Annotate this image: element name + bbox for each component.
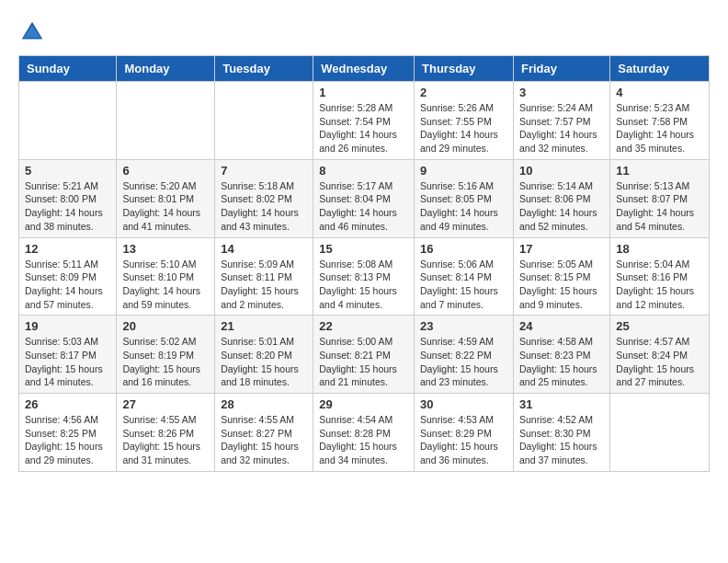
- day-number: 27: [122, 397, 209, 411]
- calendar-cell: 3Sunrise: 5:24 AM Sunset: 7:57 PM Daylig…: [513, 82, 609, 160]
- calendar-cell: 4Sunrise: 5:23 AM Sunset: 7:58 PM Daylig…: [610, 82, 710, 160]
- logo-icon: [18, 18, 46, 46]
- day-content: Sunrise: 4:58 AM Sunset: 8:23 PM Dayligh…: [519, 335, 604, 389]
- calendar-cell: [117, 82, 215, 160]
- calendar-week-row: 1Sunrise: 5:28 AM Sunset: 7:54 PM Daylig…: [19, 82, 710, 160]
- calendar-cell: 20Sunrise: 5:02 AM Sunset: 8:19 PM Dayli…: [117, 316, 215, 394]
- calendar-cell: 31Sunrise: 4:52 AM Sunset: 8:30 PM Dayli…: [513, 394, 609, 472]
- calendar-cell: [215, 82, 313, 160]
- day-content: Sunrise: 4:56 AM Sunset: 8:25 PM Dayligh…: [25, 413, 110, 467]
- day-number: 15: [319, 242, 408, 256]
- calendar-cell: 27Sunrise: 4:55 AM Sunset: 8:26 PM Dayli…: [117, 394, 215, 472]
- calendar-cell: [610, 394, 710, 472]
- day-number: 18: [616, 242, 703, 256]
- day-number: 7: [221, 164, 307, 178]
- calendar-cell: 15Sunrise: 5:08 AM Sunset: 8:13 PM Dayli…: [313, 237, 415, 316]
- day-content: Sunrise: 5:00 AM Sunset: 8:21 PM Dayligh…: [319, 335, 408, 389]
- day-content: Sunrise: 5:16 AM Sunset: 8:05 PM Dayligh…: [420, 179, 507, 234]
- calendar-table: SundayMondayTuesdayWednesdayThursdayFrid…: [18, 55, 710, 472]
- calendar-week-row: 26Sunrise: 4:56 AM Sunset: 8:25 PM Dayli…: [19, 394, 710, 472]
- day-number: 24: [519, 319, 604, 333]
- day-content: Sunrise: 4:55 AM Sunset: 8:27 PM Dayligh…: [221, 413, 307, 467]
- calendar-cell: 7Sunrise: 5:18 AM Sunset: 8:02 PM Daylig…: [215, 159, 313, 237]
- calendar-cell: 23Sunrise: 4:59 AM Sunset: 8:22 PM Dayli…: [415, 316, 514, 394]
- day-content: Sunrise: 4:53 AM Sunset: 8:29 PM Dayligh…: [420, 413, 507, 467]
- calendar-cell: 5Sunrise: 5:21 AM Sunset: 8:00 PM Daylig…: [19, 159, 117, 237]
- calendar-cell: 21Sunrise: 5:01 AM Sunset: 8:20 PM Dayli…: [215, 316, 313, 394]
- calendar-cell: 28Sunrise: 4:55 AM Sunset: 8:27 PM Dayli…: [215, 394, 313, 472]
- day-content: Sunrise: 4:55 AM Sunset: 8:26 PM Dayligh…: [122, 413, 209, 467]
- calendar-cell: 22Sunrise: 5:00 AM Sunset: 8:21 PM Dayli…: [313, 316, 415, 394]
- calendar-header-row: SundayMondayTuesdayWednesdayThursdayFrid…: [19, 56, 710, 82]
- day-content: Sunrise: 5:10 AM Sunset: 8:10 PM Dayligh…: [122, 258, 209, 312]
- day-number: 8: [319, 164, 408, 178]
- day-content: Sunrise: 5:18 AM Sunset: 8:02 PM Dayligh…: [221, 179, 307, 234]
- day-number: 22: [319, 319, 408, 333]
- day-number: 31: [519, 397, 604, 411]
- day-number: 13: [122, 242, 209, 256]
- day-number: 2: [420, 86, 507, 99]
- day-content: Sunrise: 5:21 AM Sunset: 8:00 PM Dayligh…: [25, 179, 110, 234]
- weekday-header-sunday: Sunday: [19, 56, 117, 82]
- calendar-cell: 8Sunrise: 5:17 AM Sunset: 8:04 PM Daylig…: [313, 159, 415, 237]
- calendar-cell: 6Sunrise: 5:20 AM Sunset: 8:01 PM Daylig…: [117, 159, 215, 237]
- day-number: 9: [420, 164, 507, 178]
- day-content: Sunrise: 5:20 AM Sunset: 8:01 PM Dayligh…: [122, 179, 209, 234]
- calendar-cell: 16Sunrise: 5:06 AM Sunset: 8:14 PM Dayli…: [415, 237, 514, 316]
- calendar-cell: 30Sunrise: 4:53 AM Sunset: 8:29 PM Dayli…: [415, 394, 514, 472]
- calendar-cell: 2Sunrise: 5:26 AM Sunset: 7:55 PM Daylig…: [415, 82, 514, 160]
- day-content: Sunrise: 5:24 AM Sunset: 7:57 PM Dayligh…: [519, 101, 604, 155]
- day-content: Sunrise: 5:04 AM Sunset: 8:16 PM Dayligh…: [616, 258, 703, 312]
- weekday-header-monday: Monday: [117, 56, 215, 82]
- calendar-cell: 12Sunrise: 5:11 AM Sunset: 8:09 PM Dayli…: [19, 237, 117, 316]
- calendar-week-row: 5Sunrise: 5:21 AM Sunset: 8:00 PM Daylig…: [19, 159, 710, 237]
- calendar-cell: 26Sunrise: 4:56 AM Sunset: 8:25 PM Dayli…: [19, 394, 117, 472]
- day-content: Sunrise: 4:52 AM Sunset: 8:30 PM Dayligh…: [519, 413, 604, 467]
- day-number: 1: [319, 86, 408, 99]
- day-content: Sunrise: 5:08 AM Sunset: 8:13 PM Dayligh…: [319, 258, 408, 312]
- day-number: 17: [519, 242, 604, 256]
- calendar-cell: 29Sunrise: 4:54 AM Sunset: 8:28 PM Dayli…: [313, 394, 415, 472]
- day-number: 23: [420, 319, 507, 333]
- day-content: Sunrise: 4:59 AM Sunset: 8:22 PM Dayligh…: [420, 335, 507, 389]
- day-content: Sunrise: 5:13 AM Sunset: 8:07 PM Dayligh…: [616, 179, 703, 234]
- day-content: Sunrise: 5:23 AM Sunset: 7:58 PM Dayligh…: [616, 101, 703, 155]
- day-number: 29: [319, 397, 408, 411]
- day-number: 14: [221, 242, 307, 256]
- day-content: Sunrise: 5:01 AM Sunset: 8:20 PM Dayligh…: [221, 335, 307, 389]
- day-content: Sunrise: 5:14 AM Sunset: 8:06 PM Dayligh…: [519, 179, 604, 234]
- calendar-cell: 13Sunrise: 5:10 AM Sunset: 8:10 PM Dayli…: [117, 237, 215, 316]
- day-content: Sunrise: 5:17 AM Sunset: 8:04 PM Dayligh…: [319, 179, 408, 234]
- day-content: Sunrise: 5:03 AM Sunset: 8:17 PM Dayligh…: [25, 335, 110, 389]
- calendar-cell: 9Sunrise: 5:16 AM Sunset: 8:05 PM Daylig…: [415, 159, 514, 237]
- day-content: Sunrise: 4:57 AM Sunset: 8:24 PM Dayligh…: [616, 335, 703, 389]
- calendar-week-row: 12Sunrise: 5:11 AM Sunset: 8:09 PM Dayli…: [19, 237, 710, 316]
- day-content: Sunrise: 5:11 AM Sunset: 8:09 PM Dayligh…: [25, 258, 110, 312]
- calendar-cell: 11Sunrise: 5:13 AM Sunset: 8:07 PM Dayli…: [610, 159, 710, 237]
- day-number: 6: [122, 164, 209, 178]
- calendar-cell: 24Sunrise: 4:58 AM Sunset: 8:23 PM Dayli…: [513, 316, 609, 394]
- day-content: Sunrise: 5:26 AM Sunset: 7:55 PM Dayligh…: [420, 101, 507, 155]
- weekday-header-saturday: Saturday: [610, 56, 710, 82]
- calendar-cell: 18Sunrise: 5:04 AM Sunset: 8:16 PM Dayli…: [610, 237, 710, 316]
- day-content: Sunrise: 5:05 AM Sunset: 8:15 PM Dayligh…: [519, 258, 604, 312]
- calendar-week-row: 19Sunrise: 5:03 AM Sunset: 8:17 PM Dayli…: [19, 316, 710, 394]
- day-number: 10: [519, 164, 604, 178]
- day-content: Sunrise: 5:09 AM Sunset: 8:11 PM Dayligh…: [221, 258, 307, 312]
- day-number: 3: [519, 86, 604, 99]
- day-content: Sunrise: 4:54 AM Sunset: 8:28 PM Dayligh…: [319, 413, 408, 467]
- calendar-cell: 17Sunrise: 5:05 AM Sunset: 8:15 PM Dayli…: [513, 237, 609, 316]
- calendar-cell: 10Sunrise: 5:14 AM Sunset: 8:06 PM Dayli…: [513, 159, 609, 237]
- day-number: 28: [221, 397, 307, 411]
- weekday-header-thursday: Thursday: [415, 56, 514, 82]
- day-number: 26: [25, 397, 110, 411]
- day-number: 11: [616, 164, 703, 178]
- weekday-header-tuesday: Tuesday: [215, 56, 313, 82]
- calendar-cell: 25Sunrise: 4:57 AM Sunset: 8:24 PM Dayli…: [610, 316, 710, 394]
- day-number: 30: [420, 397, 507, 411]
- day-number: 19: [25, 319, 110, 333]
- day-content: Sunrise: 5:06 AM Sunset: 8:14 PM Dayligh…: [420, 258, 507, 312]
- calendar-cell: 1Sunrise: 5:28 AM Sunset: 7:54 PM Daylig…: [313, 82, 415, 160]
- calendar-cell: 19Sunrise: 5:03 AM Sunset: 8:17 PM Dayli…: [19, 316, 117, 394]
- weekday-header-friday: Friday: [513, 56, 609, 82]
